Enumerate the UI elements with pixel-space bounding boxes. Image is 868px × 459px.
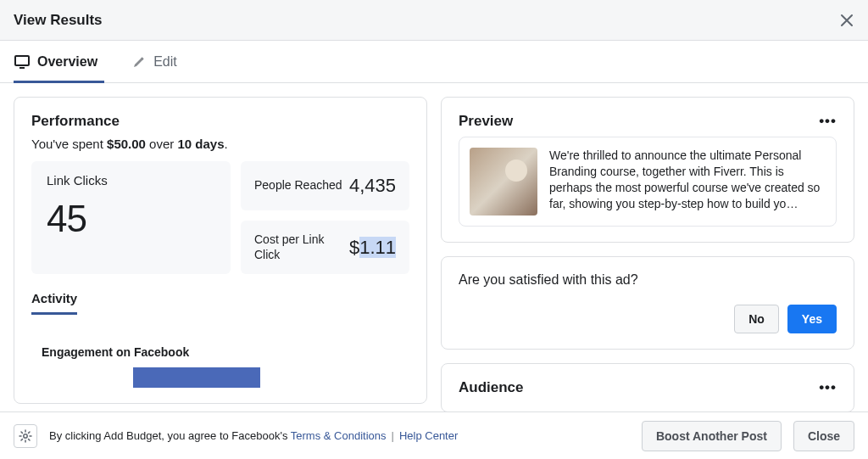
more-icon[interactable]: ••• [819,113,837,130]
tab-overview[interactable]: Overview [14,41,97,82]
metric-label: Link Clicks [47,173,215,188]
satisfaction-question: Are you satisfied with this ad? [459,272,837,288]
terms-link[interactable]: Terms & Conditions [291,429,387,442]
tab-label: Overview [37,54,97,70]
help-link[interactable]: Help Center [399,429,458,442]
preview-content[interactable]: We're thrilled to announce the ultimate … [459,137,837,227]
footer: By clicking Add Budget, you agree to Fac… [0,411,868,459]
settings-button[interactable] [14,424,37,448]
boost-another-post-button[interactable]: Boost Another Post [642,421,782,451]
close-icon[interactable] [839,13,854,28]
performance-title: Performance [31,113,409,130]
engagement-bar [133,367,260,388]
tab-bar: Overview Edit [0,41,868,83]
audience-title: Audience [459,379,524,396]
modal-header: View Results [0,0,868,41]
more-icon[interactable]: ••• [819,379,837,396]
svg-rect-0 [15,56,29,65]
metric-value: 45 [47,198,215,240]
preview-card: Preview ••• We're thrilled to announce t… [441,97,854,243]
preview-text: We're thrilled to announce the ultimate … [549,148,826,216]
cost-value: 1.11 [359,237,396,258]
satisfaction-card: Are you satisfied with this ad? No Yes [441,256,854,350]
yes-button[interactable]: Yes [787,305,837,333]
currency-symbol: $ [349,237,359,258]
audience-card: Audience ••• [441,363,854,411]
metric-cost-per-click[interactable]: Cost per Link Click $1.11 [241,221,409,274]
close-button[interactable]: Close [793,421,854,451]
footer-prefix: By clicking Add Budget, you agree to Fac… [49,429,291,442]
tab-edit[interactable]: Edit [131,41,177,82]
subtab-activity[interactable]: Activity [31,291,77,315]
monitor-icon [14,53,31,70]
separator: | [392,429,394,442]
pencil-icon [131,54,147,70]
engagement-title: Engagement on Facebook [42,345,409,359]
spent-days: 10 days [177,137,224,151]
svg-rect-1 [19,67,25,69]
spent-amount: $50.00 [107,137,146,151]
metric-label: People Reached [254,178,342,193]
tab-label: Edit [153,54,177,70]
preview-thumbnail [470,148,537,216]
gear-icon [19,429,32,443]
performance-card: Performance You've spent $50.00 over 10 … [14,97,427,404]
metric-value: 4,435 [349,175,396,197]
spent-mid: over [146,137,178,151]
modal-title: View Results [14,12,103,29]
svg-point-2 [24,434,27,437]
preview-title: Preview [459,113,513,130]
spent-summary: You've spent $50.00 over 10 days. [31,137,409,151]
metric-label: Cost per Link Click [254,232,348,262]
metric-people-reached[interactable]: People Reached 4,435 [241,161,409,210]
metric-value: $1.11 [349,237,396,259]
spent-prefix: You've spent [31,137,107,151]
metric-link-clicks[interactable]: Link Clicks 45 [31,161,231,274]
spent-suffix: . [225,137,228,151]
no-button[interactable]: No [734,305,779,333]
footer-text: By clicking Add Budget, you agree to Fac… [49,429,630,442]
